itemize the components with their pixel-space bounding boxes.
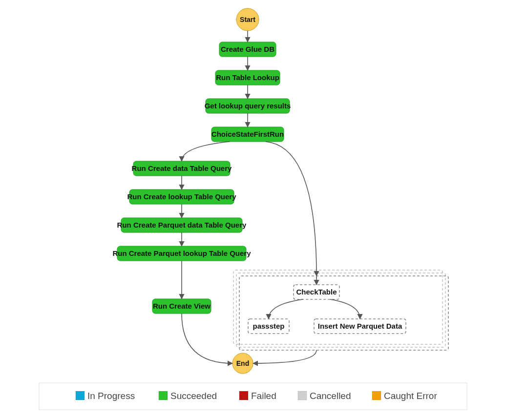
label-passstep: passstep <box>253 322 284 330</box>
legend-cancelled: Cancelled <box>310 391 351 401</box>
legend-inprogress: In Progress <box>87 391 135 401</box>
edge <box>269 299 303 319</box>
legend-succeeded: Succeeded <box>170 391 217 401</box>
label-insert-parquet: Insert New Parquet Data <box>318 322 402 330</box>
label-choice-first-run: ChoiceStateFirstRun <box>211 130 284 138</box>
label-end: End <box>236 359 249 367</box>
edge <box>182 142 230 161</box>
label-create-parquet-data: Run Create Parquet data Table Query <box>117 221 247 229</box>
edge <box>182 314 232 363</box>
label-create-glue-db: Create Glue DB <box>221 45 274 53</box>
map-container-bg1 <box>236 273 445 347</box>
edge <box>266 142 316 276</box>
label-create-view: Run Create View <box>153 302 211 310</box>
workflow-diagram: Start Create Glue DB Run Table Lookup Ge… <box>0 0 506 420</box>
label-get-lookup-results: Get lookup query results <box>205 102 291 110</box>
swatch-succeeded <box>159 391 168 400</box>
swatch-inprogress <box>76 391 84 400</box>
label-check-table: CheckTable <box>296 288 337 296</box>
label-create-parquet-lookup: Run Create Parquet lookup Table Query <box>112 249 251 257</box>
legend-caughterror: Caught Error <box>384 391 437 401</box>
edge <box>253 350 316 363</box>
legend-failed: Failed <box>251 391 276 401</box>
swatch-cancelled <box>298 391 307 400</box>
label-create-data-table: Run Create data Table Query <box>132 164 232 172</box>
label-start: Start <box>240 16 255 23</box>
map-container[interactable] <box>239 276 448 350</box>
label-run-table-lookup: Run Table Lookup <box>216 73 279 82</box>
swatch-failed <box>239 391 248 400</box>
swatch-caughterror <box>372 391 381 400</box>
label-create-lookup-table: Run Create lookup Table Query <box>127 192 236 201</box>
edge <box>330 299 360 319</box>
